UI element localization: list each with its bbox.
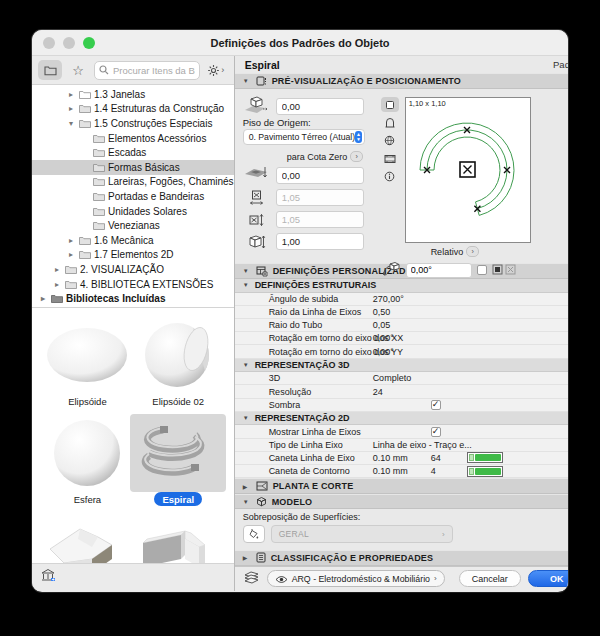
library-panel: ☆ › ▸1.3 Janelas ▸1.4 Estruturas da Cons… [32,56,235,591]
classification-icon [256,552,266,563]
tree-item[interactable]: Unidades Solares [32,204,234,219]
folder-icon [93,192,105,201]
plan-view-button[interactable] [381,97,399,112]
thumbnail-wall-corner-shape[interactable] [133,512,224,563]
param-row: Caneta de Contorno0.10 mm4 [235,465,568,478]
thumbnail-image [39,316,135,394]
preview-picture-button[interactable] [381,151,399,166]
pen-number[interactable]: 4 [431,466,436,476]
home-story-select[interactable]: 0. Pavimento Térreo (Atual) ▲▼ [243,129,365,145]
shadow-checkbox[interactable]: ✓ [431,400,441,410]
cancel-button[interactable]: Cancelar [459,570,521,587]
param-value[interactable]: 0,00° [373,347,394,357]
param-value[interactable]: Completo [373,373,412,383]
chevron-collapsed-icon: ▸ [37,294,49,303]
tree-item[interactable]: Portadas e Bandeiras [32,189,234,204]
folder-icon [51,294,63,303]
surface-override-dropdown[interactable]: GERAL › [271,525,453,543]
group-representation-3d[interactable]: ▼REPRESENTAÇÃO 3D [235,359,568,373]
tree-item-selected[interactable]: Formas Básicas [32,160,234,175]
param-row: Rotação em torno do eixo dos YY0,00° [235,345,568,358]
mirror-toggle-icon[interactable] [505,264,516,277]
mirror-state-icon[interactable] [492,264,503,277]
thumbnail-ellipsoid-02[interactable]: Elipsóide 02 [133,316,224,408]
thumbnail-label: Elipsóide 02 [152,394,204,408]
thumbnail-spiral-selected[interactable]: Espiral [133,414,224,506]
rotation-angle-input[interactable] [406,263,472,278]
layer-icon[interactable] [243,570,260,588]
layer-dropdown[interactable]: ARQ - Eletrodoméstico & Mobiliário › [267,570,445,587]
folder-icon [65,265,77,274]
3d-view-button[interactable] [381,133,399,148]
section-plan-and-section[interactable]: ▶ PLANTA E CORTE [235,478,568,494]
relative-button[interactable]: Relativo › [431,246,480,257]
tree-item[interactable]: ▸Bibliotecas Incluídas [32,291,234,306]
tree-item[interactable]: ▸4. BIBLIOTECA EXTENSÕES [32,277,234,292]
pen-width-value[interactable]: 0.10 mm [373,466,408,476]
param-row: Tipo de Linha EixoLinha de eixo - Traço … [235,439,568,452]
param-row: Caneta Linha de Eixo0.10 mm64 [235,452,568,465]
tree-item[interactable]: ▸1.7 Elementos 2D [32,248,234,263]
disclosure-right-icon: ▶ [243,554,251,561]
pen-color-swatch[interactable] [467,466,503,477]
offset-input[interactable] [276,167,364,184]
disclosure-right-icon: ▶ [243,483,251,490]
paint-bucket-button[interactable] [243,525,265,543]
thumbnail-image [130,316,226,394]
tree-item[interactable]: ▸2. VISUALIZAÇÃO [32,262,234,277]
folder-icon [79,236,91,245]
dimension-x-input[interactable] [276,189,364,206]
param-value[interactable]: 24 [373,387,383,397]
tree-item[interactable]: Elementos Acessórios [32,131,234,146]
tree-item[interactable]: Venezianas [32,218,234,233]
pen-width-value[interactable]: 0.10 mm [373,453,408,463]
to-project-zero-button[interactable]: para Cota Zero › [287,151,364,162]
front-view-button[interactable] [381,115,399,130]
settings-menu-button[interactable]: › [204,60,228,80]
folder-view-button[interactable] [38,60,62,80]
tree-item[interactable]: ▸1.3 Janelas [32,87,234,102]
section-model[interactable]: ▼ MODELO [235,494,568,510]
pen-number[interactable]: 64 [431,453,441,463]
tree-item[interactable]: ▸1.4 Estruturas da Construção [32,102,234,117]
section-preview-positioning[interactable]: ▼ PRÉ-VISUALIZAÇÃO E POSICIONAMENTO [235,73,568,89]
disclosure-down-icon: ▼ [243,268,251,274]
info-button[interactable] [381,169,399,184]
tree-item[interactable]: Lareiras, Fogões, Chaminés [32,175,234,190]
thumbnail-image [130,414,226,492]
thumbnail-ellipsoid[interactable]: Elipsóide [42,316,133,408]
tree-item[interactable]: ▸1.6 Mecânica [32,233,234,248]
param-value[interactable]: 270,00° [373,294,404,304]
ok-button[interactable]: OK [528,570,568,587]
offset-to-story-icon [243,165,271,185]
param-value[interactable]: 0,05 [373,320,391,330]
search-input[interactable] [94,61,200,80]
tree-item[interactable]: ▾1.5 Construções Especiais [32,116,234,131]
folder-icon [93,177,105,186]
group-representation-2d[interactable]: ▼REPRESENTAÇÃO 2D [235,412,568,426]
dimension-y-input[interactable] [276,211,364,228]
pen-color-swatch[interactable] [467,452,503,463]
preview-positioning-body: Piso de Origem: 0. Pavimento Térreo (Atu… [235,89,568,263]
load-library-button[interactable] [40,568,58,588]
base-height-input[interactable] [276,98,364,115]
zoom-button[interactable] [83,37,95,49]
show-axis-checkbox[interactable]: ✓ [431,427,441,437]
param-value[interactable]: 0,00° [373,333,394,343]
param-value[interactable]: 0,50 [373,307,391,317]
group-structural[interactable]: ▼DEFINIÇÕES ESTRUTURAIS [235,279,568,293]
thumbnail-roof-shape[interactable] [42,512,133,563]
thumbnail-sphere[interactable]: Esfera [42,414,133,506]
preview-canvas[interactable]: 1,10 x 1,10 [405,97,531,243]
thumbnail-label: Elipsóide [68,394,107,408]
tree-item[interactable]: Escadas [32,145,234,160]
height-z-input[interactable] [276,233,364,250]
search-icon [99,65,109,75]
close-button[interactable] [43,37,55,49]
minimize-button[interactable] [63,37,75,49]
object-name: Espiral [245,59,280,71]
rotation-checkbox[interactable] [477,265,487,275]
line-type-value[interactable]: Linha de eixo - Traço e... [373,440,472,450]
section-classification-properties[interactable]: ▶ CLASSIFICAÇÃO E PROPRIEDADES [235,550,568,566]
favorites-button[interactable]: ☆ [66,60,90,80]
